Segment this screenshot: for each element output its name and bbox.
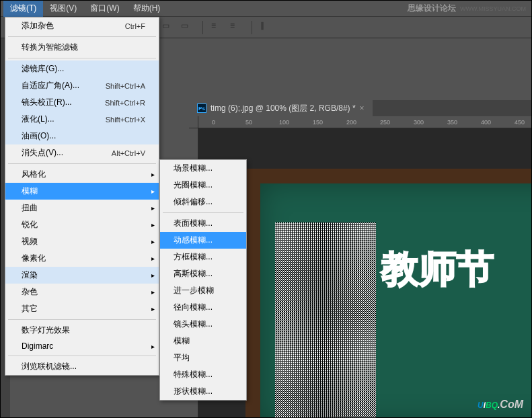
document-tab-bar: Ps timg (6);.jpg @ 100% (图层 2, RGB/8#) *… [189, 100, 531, 116]
chalkboard-image: 教师节 🌱 ⌂ 📚 PS 爱好者 [245, 169, 531, 417]
ruler-tick-label: 0 [212, 119, 215, 126]
submenu-item[interactable]: 径向模糊... [160, 299, 246, 316]
menu-item[interactable]: 自适应广角(A)...Shift+Ctrl+A [5, 77, 159, 94]
menu-separator [8, 163, 156, 164]
document-tab[interactable]: Ps timg (6);.jpg @ 100% (图层 2, RGB/8#) *… [189, 100, 373, 117]
menu-item-label: 视频 [22, 236, 38, 247]
submenu-item[interactable]: 进一步模糊 [160, 282, 246, 299]
menu-item-label: 添加杂色 [22, 20, 54, 32]
menu-item-label: 液化(L)... [22, 114, 54, 125]
submenu-item[interactable]: 表面模糊... [160, 215, 246, 232]
menu-item[interactable]: 锐化 [5, 216, 159, 233]
menu-item[interactable]: 像素化 [5, 250, 159, 267]
menu-item-label: 风格化 [22, 169, 46, 180]
submenu-item[interactable]: 形状模糊... [160, 383, 246, 400]
menu-shortcut: Alt+Ctrl+V [112, 149, 145, 157]
submenu-item[interactable]: 平均 [160, 349, 246, 366]
menu-item-label: 消失点(V)... [22, 147, 63, 159]
menu-item-label: 数字灯光效果 [22, 325, 70, 336]
submenu-item[interactable]: 动感模糊... [160, 232, 246, 249]
menu-shortcut: Shift+Ctrl+R [105, 99, 145, 107]
menu-item[interactable]: 模糊 [5, 183, 159, 200]
align-icon[interactable]: ▭ [181, 21, 194, 34]
menu-separator [8, 319, 156, 320]
distribute-icon[interactable]: ≡ [211, 21, 225, 34]
menu-item[interactable]: 数字灯光效果 [5, 322, 159, 339]
blur-submenu: 场景模糊...光圈模糊...倾斜偏移...表面模糊...动感模糊...方框模糊.… [159, 159, 247, 401]
menu-filter[interactable]: 滤镜(T) [3, 0, 43, 17]
menu-item[interactable]: 其它 [5, 300, 159, 317]
menu-item-label: 杂色 [22, 286, 38, 298]
menu-item[interactable]: 转换为智能滤镜 [5, 39, 159, 56]
menu-item[interactable]: 镜头校正(R)...Shift+Ctrl+R [5, 94, 159, 111]
menu-item[interactable]: 渲染 [5, 267, 159, 284]
menu-item-label: 转换为智能滤镜 [22, 42, 78, 53]
brand-label: 思缘设计论坛 WWW.MISSYUAN.COM [408, 3, 526, 14]
menu-item-label: 锐化 [22, 219, 38, 231]
ruler-tick-label: 250 [380, 119, 390, 126]
menu-item-label: 渲染 [22, 269, 38, 281]
ruler-tick-label: 350 [447, 119, 457, 126]
menu-item[interactable]: 油画(O)... [5, 128, 159, 144]
submenu-item[interactable]: 高斯模糊... [160, 265, 246, 282]
menu-item[interactable]: 消失点(V)...Alt+Ctrl+V [5, 144, 159, 161]
submenu-item[interactable]: 倾斜偏移... [160, 194, 246, 210]
menu-item[interactable]: 浏览联机滤镜... [5, 358, 159, 375]
menu-item[interactable]: 视频 [5, 233, 159, 250]
noise-selection [275, 222, 376, 417]
menu-item-label: 滤镜库(G)... [22, 63, 64, 75]
menu-item[interactable]: 添加杂色Ctrl+F [5, 17, 159, 34]
menu-item[interactable]: 滤镜库(G)... [5, 60, 159, 77]
menu-shortcut: Shift+Ctrl+X [106, 116, 145, 124]
document-tab-title: timg (6);.jpg @ 100% (图层 2, RGB/8#) * [211, 103, 356, 114]
align-icon[interactable]: ▭ [162, 21, 176, 34]
menu-item-label: 油画(O)... [22, 130, 56, 142]
menu-shortcut: Ctrl+F [125, 22, 145, 30]
ruler-tick-label: 300 [414, 119, 424, 126]
menu-item[interactable]: 风格化 [5, 166, 159, 183]
submenu-item[interactable]: 场景模糊... [160, 160, 246, 177]
menu-item-label: Digimarc [22, 341, 53, 351]
menu-help[interactable]: 帮助(H) [126, 0, 167, 17]
ruler-tick-label: 450 [515, 119, 525, 126]
submenu-item[interactable]: 光圈模糊... [160, 177, 246, 194]
menu-item[interactable]: 杂色 [5, 284, 159, 300]
menu-window[interactable]: 窗口(W) [83, 0, 126, 17]
horizontal-ruler[interactable]: 050100150200250300350400450 [198, 116, 531, 128]
menu-shortcut: Shift+Ctrl+A [106, 82, 145, 90]
submenu-item[interactable]: 方框模糊... [160, 249, 246, 265]
submenu-item[interactable]: 镜头模糊... [160, 316, 246, 333]
distribute-icon[interactable]: ∥ [260, 21, 274, 34]
canvas-area[interactable]: 教师节 🌱 ⌂ 📚 PS 爱好者 UiBQ.CoM [198, 128, 531, 417]
menu-separator [8, 356, 156, 356]
filter-dropdown: 添加杂色Ctrl+F转换为智能滤镜滤镜库(G)...自适应广角(A)...Shi… [5, 17, 159, 376]
menu-separator [8, 36, 156, 37]
ruler-tick-label: 50 [245, 119, 252, 126]
menu-item-label: 浏览联机滤镜... [22, 361, 77, 372]
menu-item-label: 镜头校正(R)... [22, 97, 72, 108]
ruler-tick-label: 100 [279, 119, 289, 126]
menu-view[interactable]: 视图(V) [43, 0, 83, 17]
ruler-corner[interactable] [189, 116, 198, 128]
ruler-tick-label: 200 [346, 119, 356, 126]
menu-item[interactable]: Digimarc [5, 339, 159, 353]
menu-item-label: 像素化 [22, 253, 46, 264]
chalk-text: 教师节 [381, 244, 494, 295]
submenu-item[interactable]: 模糊 [160, 333, 246, 349]
ruler-tick-label: 150 [313, 119, 323, 126]
separator [202, 21, 203, 34]
menu-item-label: 其它 [22, 303, 38, 315]
uibq-watermark: UiBQ.CoM [478, 394, 523, 412]
distribute-icon[interactable]: ≡ [230, 21, 243, 34]
menu-item[interactable]: 液化(L)...Shift+Ctrl+X [5, 111, 159, 128]
menubar: 滤镜(T) 视图(V) 窗口(W) 帮助(H) 思缘设计论坛 WWW.MISSY… [1, 1, 531, 17]
submenu-item[interactable]: 特殊模糊... [160, 366, 246, 383]
separator [252, 21, 252, 34]
menu-item-label: 模糊 [22, 185, 38, 197]
menu-item-label: 扭曲 [22, 202, 38, 214]
ruler-tick-label: 400 [481, 119, 491, 126]
menu-item[interactable]: 扭曲 [5, 200, 159, 216]
menu-separator [163, 212, 243, 213]
ps-file-icon: Ps [197, 103, 206, 113]
close-icon[interactable]: × [360, 103, 365, 113]
